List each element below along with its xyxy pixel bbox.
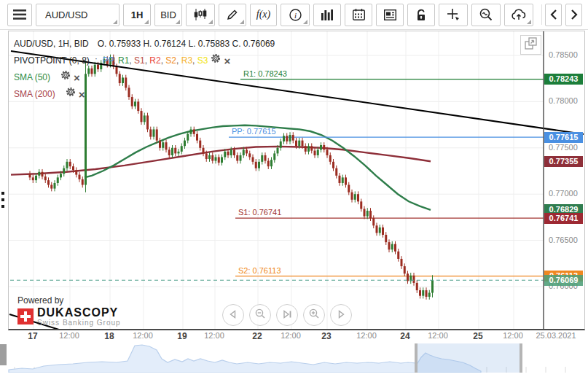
magnifier-chart-icon xyxy=(479,8,493,21)
news-button[interactable] xyxy=(376,4,404,26)
swiss-flag-logo xyxy=(17,308,34,324)
pivot-level-link-r2[interactable]: R2 xyxy=(149,55,160,66)
hamburger-icon xyxy=(13,9,26,20)
brand-subtitle: Swiss Banking Group xyxy=(37,319,121,327)
price-axis-label: 0.78500 xyxy=(549,50,578,59)
pivot-level-link-r3[interactable]: R3 xyxy=(181,55,192,66)
sma200-settings-gear-icon[interactable] xyxy=(66,86,76,103)
go-to-end-button[interactable] xyxy=(276,304,298,326)
period-selector[interactable]: 1H xyxy=(123,4,151,26)
price-badge: 0.77355 xyxy=(544,156,583,167)
instrument-selector[interactable]: AUD/USD xyxy=(36,4,119,26)
comma: , xyxy=(176,55,181,66)
cloud-save-button[interactable] xyxy=(504,4,533,26)
pivotpoint-legend-row: PIVOTPOINT (0, 8) : PP, R1, S1, R2, S2, … xyxy=(14,53,278,69)
time-axis[interactable]: 1712:001812:001912:002212:002312:002412:… xyxy=(0,329,588,343)
price-axis-label: 0.77500 xyxy=(549,143,578,152)
pivot-level-link-s3[interactable]: S3 xyxy=(197,55,208,66)
triangle-right-icon xyxy=(337,308,345,322)
time-tick-day: 24 xyxy=(400,331,409,341)
pivot-settings-gear-icon[interactable] xyxy=(211,53,221,69)
volume-bars-button[interactable] xyxy=(313,4,341,26)
left-edge-drag-handle[interactable] xyxy=(1,192,4,211)
sma50-remove-icon[interactable]: × xyxy=(74,74,80,82)
scroll-right-button[interactable] xyxy=(565,4,582,26)
pan-right-button[interactable] xyxy=(330,304,352,326)
sma50-label: SMA (50) xyxy=(14,69,50,86)
ohlc-value: H. 0.76124 xyxy=(143,39,188,49)
toolbar-separator xyxy=(541,4,542,25)
candlestick-icon xyxy=(194,9,207,20)
price-side-selector[interactable]: BID xyxy=(154,4,182,26)
info-button[interactable]: i xyxy=(281,4,310,26)
powered-by-text: Powered by xyxy=(17,295,121,306)
zoom-in-button[interactable] xyxy=(303,304,325,326)
time-tick: 12:00 xyxy=(59,331,79,340)
sma200-label: SMA (200) xyxy=(14,86,55,103)
range-navigator[interactable] xyxy=(0,343,588,373)
unlock-icon xyxy=(415,9,427,21)
sma50-legend-row: SMA (50) × xyxy=(14,69,278,86)
chevron-left-icon xyxy=(550,9,557,20)
lock-button[interactable] xyxy=(407,4,435,26)
time-tick-day: 19 xyxy=(177,331,187,341)
indicators-button[interactable]: f(x) xyxy=(250,4,277,26)
chart-area[interactable]: R1: 0.78243PP: 0.77615S1: 0.76741S2: 0.7… xyxy=(8,31,585,330)
price-axis-label: 0.77000 xyxy=(549,189,578,198)
price-badge: 0.76069 xyxy=(544,275,583,286)
time-tick-day: 17 xyxy=(28,331,37,341)
period-label: 1H xyxy=(131,9,144,20)
pivot-level-link-s1[interactable]: S1 xyxy=(134,55,145,66)
time-tick: 25.03.2021 xyxy=(536,331,576,340)
price-badge: 0.77615 xyxy=(544,132,583,143)
chart-title: AUD/USD, 1H, BID xyxy=(14,36,89,53)
zoom-out-button[interactable] xyxy=(249,304,271,326)
chart-navigation-buttons xyxy=(222,304,352,326)
navigator-selected-range[interactable] xyxy=(416,343,521,373)
navigator-area xyxy=(9,345,481,373)
pivot-line-label-pp: PP: 0.77615 xyxy=(232,127,276,136)
price-axis[interactable]: 0.785000.780000.775000.770000.765000.760… xyxy=(544,31,584,329)
price-axis-label: 0.76500 xyxy=(549,236,578,244)
triangle-left-icon xyxy=(229,308,238,322)
popout-icon xyxy=(525,37,537,53)
time-tick-day: 22 xyxy=(252,331,262,341)
sma50-settings-gear-icon[interactable] xyxy=(60,69,71,86)
time-tick-day: 23 xyxy=(321,331,331,341)
drawing-tools-button[interactable] xyxy=(219,4,246,26)
pan-left-button[interactable] xyxy=(222,304,244,326)
time-tick-day: 25 xyxy=(473,331,482,341)
pivot-level-link-s2[interactable]: S2 xyxy=(165,55,176,66)
crosshair-button[interactable] xyxy=(439,4,468,26)
detach-chart-button[interactable] xyxy=(520,35,541,55)
navigator-right-handle[interactable] xyxy=(520,343,522,373)
comma: , xyxy=(113,55,118,66)
pivot-remove-icon[interactable]: × xyxy=(224,57,230,66)
navigator-scroll-thumb[interactable] xyxy=(0,344,7,365)
time-tick: 12:00 xyxy=(428,331,448,340)
pivot-separator: : xyxy=(93,53,100,69)
sma200-remove-icon[interactable]: × xyxy=(79,90,85,99)
chart-type-button[interactable] xyxy=(186,4,215,26)
crosshair-icon xyxy=(447,9,460,21)
comma: , xyxy=(192,55,197,66)
ohlc-value: C. 0.76069 xyxy=(232,39,278,49)
pivot-level-link-r1[interactable]: R1 xyxy=(118,55,129,66)
zoom-preview-button[interactable] xyxy=(471,4,501,26)
fx-label: f(x) xyxy=(256,9,270,20)
time-tick: 12:00 xyxy=(133,331,153,340)
instrument-label: AUD/USD xyxy=(45,9,88,20)
calendar-button[interactable] xyxy=(345,4,372,26)
scroll-left-button[interactable] xyxy=(545,4,562,26)
menu-button[interactable] xyxy=(7,4,32,26)
watermark: Powered by DUKASCOPY Swiss Banking Group xyxy=(17,295,121,327)
pivot-level-link-pp[interactable]: PP xyxy=(103,55,113,66)
brand-name: DUKASCOPY xyxy=(37,307,121,319)
time-tick-day: 18 xyxy=(104,331,114,341)
ohlc-value: L. 0.75883 xyxy=(188,39,232,49)
cloud-upload-icon xyxy=(511,9,526,20)
bar-chart-icon xyxy=(321,9,333,20)
navigator-left-handle[interactable] xyxy=(415,343,418,373)
price-badge: 0.76741 xyxy=(544,213,583,224)
info-icon: i xyxy=(289,9,302,21)
